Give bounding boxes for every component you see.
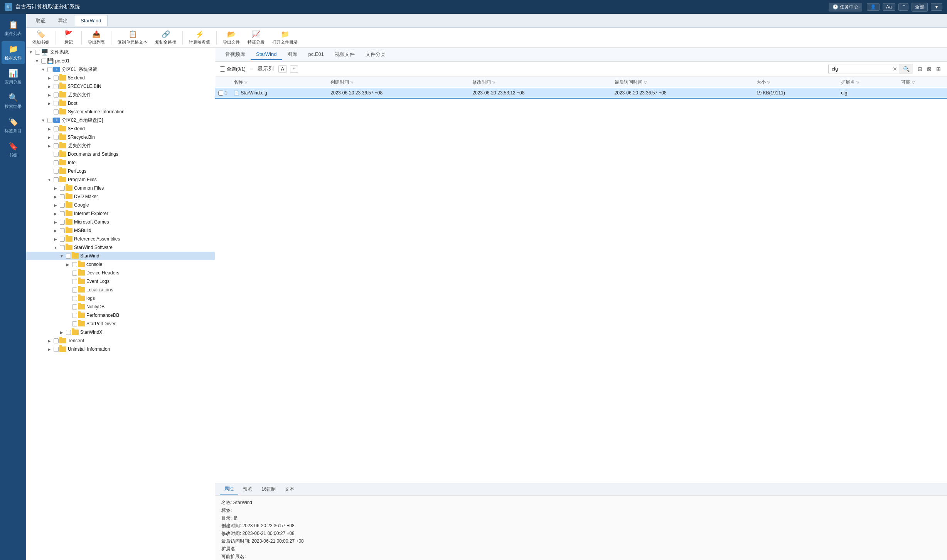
expand-icon[interactable] [46, 134, 52, 140]
check[interactable] [52, 125, 59, 132]
sidebar-item-evidence-file[interactable]: 📁 检材文件 [2, 41, 25, 64]
all-button[interactable]: 全部 [912, 3, 928, 12]
check[interactable] [52, 100, 59, 107]
check[interactable] [52, 91, 59, 98]
th-name[interactable]: 名称 ▽ [231, 77, 327, 88]
sub-tab-file-category[interactable]: 文件分类 [360, 49, 391, 61]
th-ext[interactable]: 扩展名 ▽ [838, 77, 898, 88]
check[interactable] [52, 346, 59, 353]
expand-icon[interactable] [46, 109, 52, 115]
check[interactable] [40, 57, 47, 64]
check[interactable] [52, 83, 59, 90]
check[interactable] [71, 303, 78, 310]
check[interactable] [52, 176, 59, 183]
font-button[interactable]: Aa [883, 3, 895, 11]
search-clear-button[interactable]: ✕ [890, 64, 900, 74]
copy-cell-button[interactable]: 📋 复制单元格文本 [115, 29, 150, 47]
tree-node-starportdriver[interactable]: StarPortDriver [26, 320, 215, 328]
tree-node-google[interactable]: Google [26, 201, 215, 209]
open-dir-button[interactable]: 📁 打开文件目录 [269, 29, 301, 47]
font-size-plus-button[interactable]: + [290, 65, 298, 73]
check[interactable] [52, 134, 59, 141]
tree-node-refassemblies[interactable]: Reference Assemblies [26, 235, 215, 243]
th-accessed[interactable]: 最后访问时间 ▽ [612, 77, 753, 88]
expand-icon[interactable] [46, 177, 52, 183]
created-filter-icon[interactable]: ▽ [350, 80, 354, 84]
th-modified[interactable]: 修改时间 ▽ [469, 77, 611, 88]
tree-node-pc-e01[interactable]: 💾 pc.E01 [26, 57, 215, 65]
sidebar-item-tags[interactable]: 🏷️ 标签条目 [2, 114, 25, 137]
possible-filter-icon[interactable]: ▽ [912, 80, 915, 84]
expand-icon[interactable] [52, 219, 59, 225]
tree-node-performancedb[interactable]: PerformanceDB [26, 311, 215, 320]
filter-button-2[interactable]: ⊠ [925, 65, 933, 73]
expand-icon[interactable] [59, 329, 65, 335]
filter-button-1[interactable]: ⊟ [916, 65, 924, 73]
tree-node-msbuild[interactable]: MSBuild [26, 226, 215, 235]
font-size-a-button[interactable]: A [278, 65, 287, 73]
check[interactable] [71, 278, 78, 285]
check[interactable] [71, 269, 78, 276]
check[interactable] [59, 219, 66, 225]
expand-icon[interactable] [46, 338, 52, 344]
modified-filter-icon[interactable]: ▽ [492, 80, 495, 84]
expand-icon[interactable] [40, 66, 46, 72]
expand-icon[interactable] [65, 321, 71, 327]
tree-node-notifydb[interactable]: NotifyDB [26, 303, 215, 311]
calc-hash-button[interactable]: ⚡ 计算哈希值 [186, 29, 213, 47]
expand-icon[interactable] [52, 236, 59, 242]
dropdown-button[interactable]: ▼ [931, 3, 942, 11]
tree-node-recyclebin[interactable]: $Recycle.Bin [26, 133, 215, 141]
check[interactable] [46, 117, 53, 124]
expand-icon[interactable] [52, 202, 59, 208]
expand-icon[interactable] [46, 160, 52, 166]
expand-icon[interactable] [52, 185, 59, 191]
check[interactable] [52, 142, 59, 149]
tab-collect[interactable]: 取证 [29, 15, 52, 27]
sidebar-item-bookmarks[interactable]: 🔖 书签 [2, 138, 25, 161]
tab-export[interactable]: 导出 [52, 15, 74, 27]
check[interactable] [59, 202, 66, 209]
check[interactable] [71, 295, 78, 302]
expand-icon[interactable] [59, 253, 65, 259]
check[interactable] [52, 74, 59, 81]
tree-node-partition02[interactable]: P 分区02_本地磁盘[C] [26, 116, 215, 124]
size-filter-icon[interactable]: ▽ [767, 80, 770, 84]
tree-node-sysvolinfo[interactable]: System Volume Information [26, 108, 215, 116]
expand-icon[interactable] [65, 295, 71, 301]
expand-icon[interactable] [46, 143, 52, 149]
check-root[interactable] [34, 49, 41, 56]
check[interactable] [59, 185, 66, 192]
expand-icon[interactable] [40, 117, 46, 123]
sub-tab-video-file[interactable]: 视频文件 [329, 49, 360, 61]
sub-tab-audio-video[interactable]: 音视频库 [220, 49, 251, 61]
check[interactable] [46, 66, 53, 73]
bottom-tab-preview[interactable]: 预览 [238, 484, 257, 494]
tree-node-logs[interactable]: logs [26, 294, 215, 303]
sub-tab-gallery[interactable]: 图库 [282, 49, 303, 61]
row-checkbox[interactable] [218, 91, 223, 96]
check[interactable] [52, 108, 59, 115]
tab-starwind[interactable]: StarWind [74, 15, 108, 26]
check[interactable] [52, 337, 59, 344]
expand-icon[interactable] [34, 58, 40, 64]
expand-icon[interactable] [46, 100, 52, 106]
table-row[interactable]: 1 📄 StarWind.cfg 2023-06-20 23:36:57 +08… [215, 88, 947, 98]
mark-button[interactable]: 🚩 标记 [59, 29, 78, 47]
th-size[interactable]: 大小 ▽ [753, 77, 838, 88]
check[interactable] [59, 227, 66, 234]
expand-icon[interactable] [28, 49, 34, 55]
tree-node-commonfiles[interactable]: Common Files [26, 184, 215, 192]
sidebar-item-search-result[interactable]: 🔍 搜索结果 [2, 90, 25, 113]
check[interactable] [65, 252, 72, 259]
sidebar-item-case-list[interactable]: 📋 案件列表 [2, 17, 25, 40]
expand-icon[interactable] [65, 261, 71, 267]
expand-icon[interactable] [65, 304, 71, 310]
bottom-tab-properties[interactable]: 属性 [220, 484, 238, 494]
display-col-button[interactable]: 显示列 [256, 65, 275, 73]
name-filter-icon[interactable]: ▽ [244, 80, 248, 84]
tree-node-uninstall[interactable]: Uninstall Information [26, 345, 215, 353]
expand-icon[interactable] [52, 227, 59, 234]
select-all-checkbox[interactable] [220, 66, 225, 72]
search-button[interactable]: 🔍 [900, 64, 913, 74]
